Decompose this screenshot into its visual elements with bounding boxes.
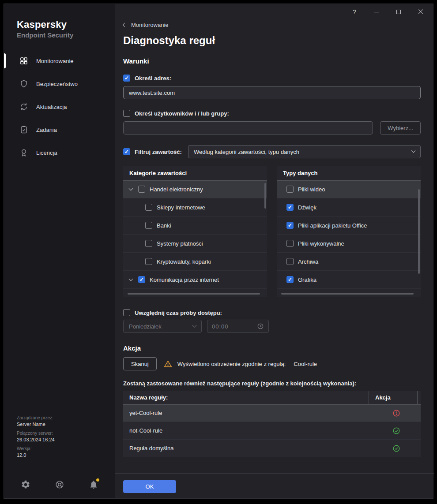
address-label: Określ adres: — [135, 75, 171, 82]
data-type-row[interactable]: Grafika — [277, 271, 421, 289]
time-checkbox[interactable] — [123, 309, 130, 316]
check-circle-icon — [392, 444, 400, 452]
categories-panel: Kategorie zawartości Handel elektroniczn… — [123, 166, 267, 297]
sidebar-item-label: Licencja — [36, 149, 57, 156]
rule-action-header: Akcja — [369, 391, 417, 404]
version-value: 12.0 — [17, 452, 55, 458]
category-label: Kryptowaluty, koparki — [157, 258, 211, 265]
chevron-down-icon — [411, 148, 416, 153]
vertical-scrollbar[interactable] — [418, 189, 420, 274]
category-row[interactable]: Systemy płatności — [123, 235, 267, 253]
category-checkbox[interactable] — [145, 240, 152, 247]
license-award-icon — [19, 148, 28, 157]
data-type-row[interactable]: Pliki wideo — [277, 180, 421, 198]
settings-gear-icon[interactable] — [21, 480, 30, 489]
tree-expand-chevron-icon[interactable] — [129, 187, 133, 191]
warning-circle-icon — [392, 409, 400, 417]
table-row[interactable]: Reguła domyślna — [123, 440, 421, 457]
choose-users-button[interactable]: Wybierz... — [380, 121, 421, 134]
help-button[interactable]: ? — [348, 7, 361, 17]
rule-name: not-Cool-rule — [123, 427, 372, 434]
users-checkbox[interactable] — [123, 110, 130, 117]
category-checkbox[interactable] — [145, 258, 152, 265]
horizontal-scrollbar[interactable] — [281, 293, 414, 295]
close-icon — [418, 9, 423, 15]
table-row[interactable]: not-Cool-rule — [123, 422, 421, 440]
sidebar-item-zadania[interactable]: Zadania — [4, 118, 115, 141]
sidebar-item-monitorowanie[interactable]: Monitorowanie — [4, 49, 115, 72]
day-selected-option: Poniedziałek — [129, 323, 162, 330]
data-type-row[interactable]: Archiwa — [277, 253, 421, 271]
data-type-checkbox[interactable] — [286, 240, 294, 247]
data-type-checkbox[interactable] — [286, 258, 294, 265]
address-input[interactable] — [123, 86, 421, 99]
category-row[interactable]: Handel elektroniczny — [123, 180, 267, 198]
minimize-button[interactable] — [370, 7, 383, 17]
footer-divider — [115, 473, 434, 474]
data-type-checkbox[interactable] — [286, 204, 294, 211]
table-row[interactable]: yet-Cool-rule — [123, 404, 421, 422]
time-condition: Uwzględnij czas próby dostępu: — [123, 309, 421, 316]
time-label: Uwzględnij czas próby dostępu: — [135, 310, 222, 316]
address-checkbox[interactable] — [123, 75, 130, 82]
categories-header: Kategorie zawartości — [123, 166, 267, 180]
main-panel: Monitorowanie Diagnostyka reguł Warunki … — [115, 4, 434, 498]
action-warning-text: Wyświetlono ostrzeżenie zgodnie z regułą… — [177, 361, 286, 367]
data-type-checkbox[interactable] — [286, 276, 294, 283]
filter-select[interactable]: Według kategorii zawartości, typu danych — [188, 145, 421, 158]
data-types-header: Typy danych — [277, 166, 421, 180]
maximize-icon — [396, 10, 401, 14]
horizontal-scrollbar[interactable] — [128, 293, 260, 295]
support-icon[interactable] — [55, 480, 64, 489]
data-type-row[interactable]: Dźwięk — [277, 198, 421, 217]
category-checkbox[interactable] — [138, 186, 145, 193]
sidebar-item-bezpieczenstwo[interactable]: Bezpieczeństwo — [4, 72, 115, 95]
data-type-label: Pliki aplikacji pakietu Office — [298, 222, 367, 229]
notification-dot — [96, 478, 99, 482]
category-checkbox[interactable] — [138, 276, 145, 283]
sidebar-item-licencja[interactable]: Licencja — [4, 141, 115, 164]
category-label: Handel elektroniczny — [150, 186, 203, 193]
app-window: ? Kaspersky Endpoint Security Monitorowa… — [4, 4, 433, 499]
address-condition: Określ adres: — [123, 75, 421, 82]
rule-name: Reguła domyślna — [123, 445, 372, 452]
data-type-checkbox[interactable] — [286, 186, 294, 193]
sidebar-item-label: Monitorowanie — [36, 58, 74, 64]
category-row[interactable]: Banki — [123, 217, 267, 235]
category-checkbox[interactable] — [145, 204, 152, 211]
conditions-heading: Warunki — [123, 57, 421, 65]
notifications-bell-icon[interactable] — [89, 480, 98, 489]
data-types-panel: Typy danych Pliki wideo Dźwięk Pliki apl… — [277, 166, 421, 297]
data-type-checkbox[interactable] — [286, 222, 294, 229]
category-row[interactable]: Sklepy internetowe — [123, 198, 267, 217]
brand: Kaspersky Endpoint Security — [17, 19, 115, 39]
maximize-button[interactable] — [392, 7, 405, 17]
scan-button[interactable]: Skanuj — [123, 357, 157, 370]
brand-subtitle: Endpoint Security — [17, 31, 115, 39]
category-label: Banki — [157, 222, 171, 229]
data-type-row[interactable]: Pliki wykonywalne — [277, 235, 421, 253]
rules-table: Nazwa reguły: Akcja yet-Cool-rule not-Co… — [123, 391, 421, 457]
data-type-label: Grafika — [298, 276, 316, 283]
ok-button[interactable]: OK — [123, 480, 176, 493]
category-checkbox[interactable] — [145, 222, 152, 229]
minimize-icon — [374, 12, 379, 12]
chevron-down-icon — [192, 323, 197, 327]
filter-checkbox[interactable] — [123, 148, 130, 155]
brand-title: Kaspersky — [17, 19, 115, 30]
users-input[interactable] — [123, 121, 373, 134]
users-label: Określ użytkowników i / lub grupy: — [135, 110, 229, 117]
data-type-label: Archiwa — [298, 258, 318, 265]
sidebar-item-aktualizacja[interactable]: Aktualizacja — [4, 95, 115, 118]
vertical-scrollbar[interactable] — [264, 183, 266, 209]
data-type-row[interactable]: Pliki aplikacji pakietu Office — [277, 217, 421, 235]
tree-expand-chevron-icon[interactable] — [129, 277, 133, 281]
breadcrumb-back[interactable]: Monitorowanie — [123, 22, 169, 28]
time-input[interactable]: 00:00 — [207, 320, 269, 333]
category-row[interactable]: Komunikacja przez internet — [123, 271, 267, 289]
close-button[interactable] — [414, 7, 427, 17]
day-select[interactable]: Poniedziałek — [123, 320, 202, 333]
category-row[interactable]: Kryptowaluty, koparki — [123, 253, 267, 271]
data-type-label: Pliki wykonywalne — [298, 240, 344, 247]
connected-server-label: Połączony serwer: — [17, 431, 55, 436]
